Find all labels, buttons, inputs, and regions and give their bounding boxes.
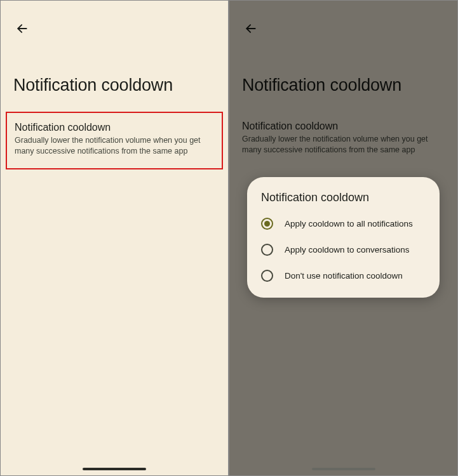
back-arrow-icon bbox=[16, 22, 29, 35]
page-title: Notification cooldown bbox=[13, 76, 173, 95]
radio-label: Apply cooldown to all notifications bbox=[285, 219, 413, 228]
setting-description: Gradually lower the notification volume … bbox=[15, 135, 214, 157]
dialog-title: Notification cooldown bbox=[247, 191, 440, 211]
radio-icon bbox=[261, 270, 273, 282]
radio-option-conversations[interactable]: Apply cooldown to conversations bbox=[247, 237, 440, 263]
right-screenshot: Notification cooldown Notification coold… bbox=[229, 0, 458, 476]
radio-icon bbox=[261, 218, 273, 230]
radio-option-all-notifications[interactable]: Apply cooldown to all notifications bbox=[247, 211, 440, 237]
notification-cooldown-setting[interactable]: Notification cooldown Gradually lower th… bbox=[6, 112, 223, 169]
radio-option-dont-use[interactable]: Don't use notification cooldown bbox=[247, 263, 440, 289]
left-screenshot: Notification cooldown Notification coold… bbox=[0, 0, 229, 476]
setting-title: Notification cooldown bbox=[15, 122, 214, 133]
back-button[interactable] bbox=[12, 18, 32, 39]
navigation-bar-icon bbox=[83, 468, 146, 470]
radio-icon bbox=[261, 244, 273, 256]
radio-label: Don't use notification cooldown bbox=[285, 271, 403, 281]
radio-label: Apply cooldown to conversations bbox=[285, 245, 410, 255]
notification-cooldown-dialog: Notification cooldown Apply cooldown to … bbox=[247, 177, 440, 298]
